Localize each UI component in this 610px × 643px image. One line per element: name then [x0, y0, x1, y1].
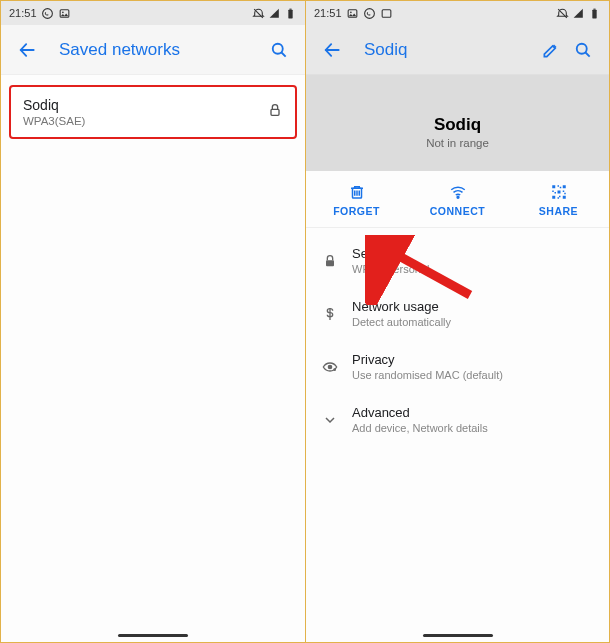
- detail-privacy[interactable]: Privacy Use randomised MAC (default): [306, 340, 609, 393]
- page-title: Sodiq: [364, 40, 407, 60]
- svg-rect-27: [552, 196, 555, 199]
- status-time: 21:51: [9, 7, 37, 19]
- whatsapp-icon: [363, 7, 376, 20]
- svg-rect-13: [382, 9, 391, 17]
- detail-title: Network usage: [352, 299, 593, 314]
- lock-icon: [322, 253, 352, 269]
- battery-icon: [588, 7, 601, 20]
- share-button[interactable]: SHARE: [508, 171, 609, 227]
- connect-label: CONNECT: [430, 205, 485, 217]
- alarm-off-icon: [556, 7, 569, 20]
- pane-network-detail: 21:51 Sodiq Sodiq Not in range FORGE: [305, 1, 609, 642]
- detail-sub: Add device, Network details: [352, 422, 593, 434]
- dollar-icon: [322, 306, 352, 322]
- svg-rect-5: [289, 8, 291, 9]
- detail-title: Privacy: [352, 352, 593, 367]
- image-icon: [380, 7, 393, 20]
- action-row: FORGET CONNECT SHARE: [306, 171, 609, 228]
- back-button[interactable]: [316, 34, 348, 66]
- nav-indicator: [423, 634, 493, 637]
- svg-rect-28: [562, 185, 565, 188]
- connect-button[interactable]: CONNECT: [407, 171, 508, 227]
- svg-point-41: [328, 365, 331, 368]
- detail-network-usage[interactable]: Network usage Detect automatically: [306, 287, 609, 340]
- svg-rect-4: [288, 9, 292, 18]
- image-icon: [346, 7, 359, 20]
- signal-icon: [572, 7, 585, 20]
- battery-icon: [284, 7, 297, 20]
- network-security: WPA3(SAE): [23, 115, 267, 127]
- detail-sub: Detect automatically: [352, 316, 593, 328]
- svg-point-2: [62, 11, 64, 13]
- search-button[interactable]: [263, 34, 295, 66]
- network-hero-status: Not in range: [316, 137, 599, 149]
- status-bar: 21:51: [1, 1, 305, 25]
- svg-point-25: [457, 196, 459, 198]
- search-button[interactable]: [567, 34, 599, 66]
- svg-point-7: [273, 43, 283, 53]
- detail-list: Security WPA3-Personal Network usage Det…: [306, 228, 609, 452]
- svg-rect-31: [552, 191, 554, 193]
- image-icon: [58, 7, 71, 20]
- detail-sub: WPA3-Personal: [352, 263, 593, 275]
- network-item-sodiq[interactable]: Sodiq WPA3(SAE): [9, 85, 297, 139]
- alarm-off-icon: [252, 7, 265, 20]
- svg-rect-39: [326, 260, 334, 266]
- svg-rect-15: [592, 9, 596, 18]
- svg-point-42: [333, 368, 336, 371]
- detail-security[interactable]: Security WPA3-Personal: [306, 234, 609, 287]
- svg-rect-16: [593, 8, 595, 9]
- lock-icon: [267, 102, 283, 122]
- svg-line-19: [586, 52, 590, 56]
- svg-point-18: [577, 43, 587, 53]
- svg-rect-35: [564, 193, 566, 195]
- page-title: Saved networks: [59, 40, 180, 60]
- forget-label: FORGET: [333, 205, 380, 217]
- edit-button[interactable]: [535, 34, 567, 66]
- back-button[interactable]: [11, 34, 43, 66]
- network-list: Sodiq WPA3(SAE): [1, 75, 305, 149]
- pane-saved-networks: 21:51 Saved networks Sodiq WPA3(SAE): [1, 1, 305, 642]
- detail-sub: Use randomised MAC (default): [352, 369, 593, 381]
- svg-line-8: [282, 52, 286, 56]
- detail-advanced[interactable]: Advanced Add device, Network details: [306, 393, 609, 446]
- detail-title: Advanced: [352, 405, 593, 420]
- forget-button[interactable]: FORGET: [306, 171, 407, 227]
- network-hero: Sodiq Not in range: [306, 75, 609, 171]
- network-hero-name: Sodiq: [316, 115, 599, 135]
- svg-rect-34: [562, 191, 564, 193]
- app-bar-saved-networks: Saved networks: [1, 25, 305, 75]
- svg-rect-30: [559, 187, 561, 189]
- status-time: 21:51: [314, 7, 342, 19]
- whatsapp-icon: [41, 7, 54, 20]
- svg-rect-32: [554, 192, 556, 194]
- network-name: Sodiq: [23, 97, 267, 113]
- signal-icon: [268, 7, 281, 20]
- app-bar-network-detail: Sodiq: [306, 25, 609, 75]
- svg-rect-38: [557, 197, 559, 199]
- share-label: SHARE: [539, 205, 578, 217]
- svg-point-11: [350, 11, 352, 13]
- svg-point-0: [42, 8, 52, 18]
- svg-rect-33: [557, 191, 560, 194]
- status-bar: 21:51: [306, 1, 609, 25]
- detail-title: Security: [352, 246, 593, 261]
- svg-rect-36: [562, 196, 565, 199]
- svg-rect-37: [559, 196, 561, 198]
- svg-point-12: [364, 8, 374, 18]
- eye-icon: [322, 359, 352, 375]
- svg-rect-9: [271, 109, 279, 115]
- svg-rect-26: [552, 185, 555, 188]
- nav-indicator: [118, 634, 188, 637]
- svg-rect-29: [557, 185, 559, 187]
- chevron-down-icon: [322, 412, 352, 428]
